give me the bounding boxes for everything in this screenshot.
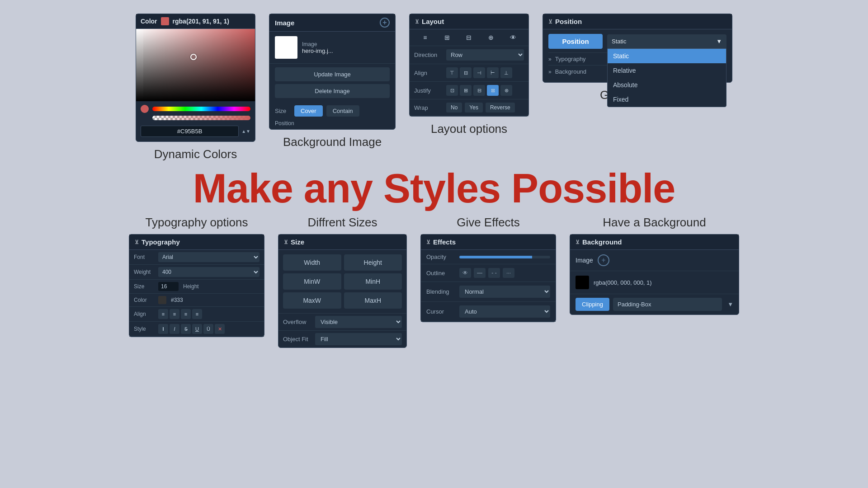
cover-button[interactable]: Cover: [294, 105, 323, 117]
align-right[interactable]: ≡: [181, 309, 191, 319]
color-panel-header: Color rgba(201, 91, 91, 1): [136, 14, 255, 29]
pos-option-fixed[interactable]: Fixed: [608, 92, 726, 107]
align-btn-2[interactable]: ⊟: [460, 67, 472, 78]
height-button[interactable]: Height: [344, 254, 402, 271]
bg-rgba-value: rgba(000, 000, 000, 1): [594, 279, 652, 286]
cursor-select[interactable]: Auto Pointer Default: [459, 305, 550, 318]
position-current[interactable]: Static ▼: [607, 34, 726, 48]
font-row: Font Arial: [129, 250, 264, 265]
blending-label: Blending: [426, 288, 456, 295]
bg-add-button[interactable]: +: [598, 254, 609, 266]
layout-icon-columns[interactable]: ⊞: [442, 33, 453, 42]
clear-style-button[interactable]: ✕: [215, 324, 225, 334]
wrap-no-button[interactable]: No: [446, 103, 462, 113]
outline-icon-3[interactable]: - -: [488, 268, 500, 278]
objectfit-select[interactable]: Fill Contain Cover: [315, 333, 402, 345]
clipping-button[interactable]: Clipping: [576, 298, 609, 311]
minw-button[interactable]: MinW: [283, 273, 341, 290]
pos-option-absolute[interactable]: Absolute: [608, 78, 726, 92]
justify-btn-2[interactable]: ⊞: [460, 85, 472, 96]
italic-button[interactable]: I: [170, 324, 179, 334]
align-btn-3[interactable]: ⊣: [473, 67, 485, 78]
objectfit-label: Object Fit: [283, 336, 312, 343]
outline-icon-1[interactable]: 👁: [459, 268, 471, 278]
pos-option-static[interactable]: Static: [608, 49, 726, 63]
hex-arrows[interactable]: ▲▼: [241, 129, 250, 134]
outline-icon-2[interactable]: —: [474, 268, 486, 278]
opacity-slider[interactable]: [459, 256, 550, 258]
pos-background-label: Background: [555, 68, 586, 75]
alpha-slider[interactable]: [152, 116, 250, 120]
update-image-button[interactable]: Update Image: [275, 67, 390, 81]
top-label-2: Layout options: [431, 122, 507, 136]
bold-button[interactable]: I: [158, 324, 168, 334]
size-label: Size: [275, 108, 291, 114]
delete-image-button[interactable]: Delete Image: [275, 84, 390, 98]
layout-icon-eye[interactable]: 👁: [508, 33, 519, 42]
contain-button[interactable]: Contain: [326, 105, 359, 117]
width-button[interactable]: Width: [283, 254, 341, 271]
maxw-button[interactable]: MaxW: [283, 292, 341, 309]
clipping-select[interactable]: Padding-Box Border-Box Content-Box: [613, 298, 722, 311]
layout-icon-distribute[interactable]: ⊕: [486, 33, 496, 42]
image-row-label: Image: [302, 41, 333, 47]
align-btn-5[interactable]: ⊥: [500, 67, 512, 78]
wrap-reverse-button[interactable]: Reverse: [486, 103, 515, 113]
size-label-typo: Size: [134, 283, 156, 290]
justify-btn-5[interactable]: ⊛: [500, 85, 512, 96]
bg-clipping-row: Clipping Padding-Box Border-Box Content-…: [570, 294, 739, 314]
color-picker-dot[interactable]: [190, 54, 197, 60]
bottom-label-0: Typography options: [146, 216, 248, 230]
blending-select[interactable]: Normal Multiply Screen: [459, 286, 550, 298]
layout-icon-align-center[interactable]: ≡: [420, 33, 430, 42]
cursor-label: Cursor: [426, 308, 456, 315]
outline-icon-4[interactable]: ···: [503, 268, 514, 278]
typo-panel-header: ⊻ Typography: [129, 235, 264, 250]
justify-btn-4[interactable]: ⊠: [487, 85, 499, 96]
size-input[interactable]: [158, 282, 179, 291]
justify-label: Justify: [414, 87, 443, 94]
hue-swatch: [141, 105, 149, 113]
maxh-button[interactable]: MaxH: [344, 292, 402, 309]
hue-slider[interactable]: [152, 107, 250, 111]
color-swatch[interactable]: [161, 17, 169, 25]
position-hint: Position: [269, 120, 395, 129]
image-panel-header: Image +: [269, 14, 395, 32]
weight-select[interactable]: 400: [158, 267, 259, 277]
color-gradient[interactable]: [136, 29, 255, 101]
image-add-button[interactable]: +: [380, 18, 390, 28]
layout-icons-bar: ≡ ⊞ ⊟ ⊕ 👁: [410, 29, 528, 46]
color-rgba-value: rgba(201, 91, 91, 1): [173, 18, 229, 25]
direction-select[interactable]: Row Column: [446, 49, 524, 61]
top-label-0: Dynamic Colors: [154, 147, 237, 161]
color-box[interactable]: [158, 296, 166, 304]
hex-input[interactable]: [141, 126, 239, 137]
style-row-typo: Style I I S̶ U Ū ✕: [129, 322, 264, 337]
bg-image-row: Image +: [570, 250, 739, 271]
effects-header-label: Effects: [433, 238, 456, 246]
size-height-row: Size Height: [129, 280, 264, 294]
pos-option-relative[interactable]: Relative: [608, 63, 726, 78]
bg-color-swatch[interactable]: [576, 276, 589, 289]
outline-row: Outline 👁 — - - ···: [421, 264, 556, 282]
align-center[interactable]: ≡: [170, 309, 179, 319]
overflow-select[interactable]: Visible Hidden Scroll Auto: [315, 316, 402, 328]
layout-icon-rows[interactable]: ⊟: [463, 33, 474, 42]
justify-buttons: ⊡ ⊞ ⊟ ⊠ ⊛: [446, 85, 512, 96]
justify-btn-3[interactable]: ⊟: [473, 85, 485, 96]
position-label-btn[interactable]: Position: [548, 34, 603, 49]
size-grid: Width Height MinW MinH MaxW MaxH: [278, 250, 406, 313]
strikethrough-button[interactable]: S̶: [181, 324, 191, 334]
align-left[interactable]: ≡: [158, 309, 168, 319]
justify-btn-1[interactable]: ⊡: [446, 85, 458, 96]
bottom-label-3: Have a Background: [603, 216, 706, 230]
underline-button[interactable]: U: [192, 324, 202, 334]
outline-icons: 👁 — - - ···: [459, 268, 514, 278]
align-btn-1[interactable]: ⊤: [446, 67, 458, 78]
minh-button[interactable]: MinH: [344, 273, 402, 290]
align-btn-4[interactable]: ⊢: [487, 67, 499, 78]
font-select[interactable]: Arial: [158, 252, 259, 262]
align-justify[interactable]: ≡: [192, 309, 202, 319]
wrap-yes-button[interactable]: Yes: [465, 103, 483, 113]
overline-button[interactable]: Ū: [203, 324, 213, 334]
